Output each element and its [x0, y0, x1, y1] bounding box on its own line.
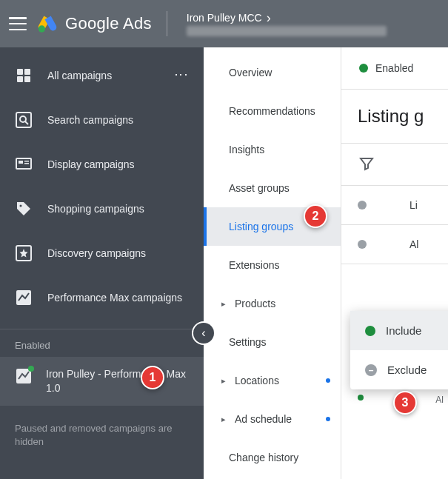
sidebar-item-pmax-campaigns[interactable]: Performance Max campaigns — [0, 275, 204, 320]
sidebar-item-label: Performance Max campaigns — [47, 291, 182, 304]
annotation-2: 2 — [304, 204, 327, 228]
sidebar-hidden-note: Paused and removed campaigns are hidden — [0, 406, 204, 465]
product-logo[interactable]: Google Ads — [37, 13, 152, 34]
svg-rect-4 — [24, 76, 30, 82]
sidebar-item-label: All campaigns — [47, 70, 112, 81]
notification-dot — [326, 378, 330, 383]
popup-label: Exclude — [387, 364, 427, 376]
nav-label: Products — [235, 298, 275, 309]
nav-label: Extensions — [229, 259, 279, 271]
nav-item-overview[interactable]: Overview — [204, 53, 341, 92]
sidebar-campaign-item[interactable]: Iron Pulley - Performance Max 1.0 — [0, 357, 204, 406]
sidebar-item-all-campaigns[interactable]: All campaigns ⋮ — [0, 53, 204, 98]
nav-label: Change history — [229, 452, 298, 463]
exclude-icon: – — [365, 364, 377, 376]
svg-line-7 — [25, 121, 28, 124]
sidebar-item-display-campaigns[interactable]: Display campaigns — [0, 142, 204, 187]
filter-icon — [358, 154, 375, 172]
nav-item-asset-groups[interactable]: Asset groups — [204, 169, 341, 207]
popup-label: Include — [386, 324, 421, 337]
chevron-right-icon: › — [267, 11, 271, 24]
row-text: Al — [435, 395, 444, 405]
include-exclude-popup: Include – Exclude — [350, 311, 448, 389]
grid-icon — [15, 67, 33, 84]
google-ads-logo-icon — [37, 13, 58, 34]
svg-rect-9 — [19, 161, 23, 164]
nav-label: Recommendations — [229, 105, 315, 117]
annotation-3: 3 — [393, 391, 417, 415]
nav-item-insights[interactable]: Insights — [204, 130, 341, 169]
sidebar-item-shopping-campaigns[interactable]: Shopping campaigns — [0, 187, 204, 231]
display-icon — [15, 155, 33, 173]
performance-icon — [15, 289, 33, 307]
nav-label: Settings — [229, 336, 267, 348]
nav-label: Locations — [235, 375, 279, 386]
sidebar-item-label: Shopping campaigns — [47, 203, 144, 215]
status-dot-enabled — [28, 366, 34, 372]
nav-item-locations[interactable]: ▸Locations — [204, 361, 341, 400]
svg-rect-11 — [24, 163, 29, 164]
sidebar: All campaigns ⋮ Search campaigns Display… — [0, 47, 204, 479]
popup-item-exclude[interactable]: – Exclude — [350, 350, 448, 389]
table-row[interactable]: Li — [341, 186, 448, 225]
svg-rect-10 — [24, 161, 29, 162]
status-dot-enabled — [359, 64, 368, 73]
account-name: Iron Pulley MCC — [187, 12, 262, 24]
nav-label: Listing groups — [229, 221, 293, 232]
svg-point-12 — [20, 205, 22, 207]
account-switcher[interactable]: Iron Pulley MCC › — [187, 11, 387, 36]
nav-label: Insights — [229, 144, 264, 155]
main-content: Enabled Listing g Li Al Include – Exclud… — [341, 47, 448, 479]
table-row[interactable]: Al — [341, 225, 448, 264]
svg-rect-5 — [16, 113, 31, 127]
popup-item-include[interactable]: Include — [350, 311, 448, 350]
nav-item-products[interactable]: ▸Products — [204, 284, 341, 323]
caret-right-icon: ▸ — [221, 299, 229, 309]
status-label: Enabled — [375, 62, 413, 74]
nav-item-ad-schedule[interactable]: ▸Ad schedule — [204, 400, 341, 438]
nav-label: Overview — [229, 67, 272, 78]
row-text: Al — [409, 238, 418, 250]
sidebar-section-label: Enabled — [0, 329, 204, 357]
sidebar-item-discovery-campaigns[interactable]: Discovery campaigns — [0, 231, 204, 275]
discovery-icon — [15, 244, 33, 262]
svg-point-6 — [20, 116, 26, 122]
nav-item-settings[interactable]: Settings — [204, 323, 341, 361]
nav-item-extensions[interactable]: Extensions — [204, 246, 341, 284]
sidebar-item-search-campaigns[interactable]: Search campaigns — [0, 98, 204, 142]
status-dot-enabled — [365, 326, 375, 336]
more-icon[interactable]: ⋮ — [173, 68, 190, 83]
notification-dot — [326, 417, 330, 421]
menu-icon[interactable] — [9, 17, 27, 30]
sidebar-item-label: Discovery campaigns — [47, 247, 146, 259]
sidebar-item-label: Search campaigns — [47, 114, 133, 126]
svg-point-0 — [39, 25, 45, 32]
caret-right-icon: ▸ — [221, 376, 229, 386]
status-bar: Enabled — [341, 47, 448, 90]
account-sub-redacted — [187, 26, 387, 36]
svg-rect-3 — [17, 76, 23, 82]
app-header: Google Ads Iron Pulley MCC › — [0, 0, 448, 47]
secondary-nav: Overview Recommendations Insights Asset … — [204, 47, 341, 479]
nav-label: Asset groups — [229, 182, 290, 194]
nav-label: Ad schedule — [235, 413, 292, 425]
status-dot-neutral — [358, 201, 367, 210]
nav-item-recommendations[interactable]: Recommendations — [204, 92, 341, 130]
caret-right-icon: ▸ — [221, 415, 229, 424]
svg-rect-1 — [17, 69, 23, 75]
row-text: Li — [409, 199, 418, 211]
product-name: Google Ads — [65, 14, 152, 33]
nav-item-change-history[interactable]: Change history — [204, 438, 341, 477]
status-dot-enabled — [358, 395, 364, 401]
shopping-tag-icon — [15, 200, 33, 218]
divider — [167, 11, 167, 36]
sidebar-item-label: Display campaigns — [47, 158, 135, 170]
svg-rect-2 — [24, 69, 30, 75]
filter-button[interactable] — [341, 144, 448, 186]
campaign-name: Iron Pulley - Performance Max 1.0 — [46, 367, 189, 395]
page-title: Listing g — [341, 90, 448, 144]
search-icon — [15, 111, 33, 129]
status-dot-neutral — [358, 240, 367, 249]
annotation-1: 1 — [141, 366, 164, 389]
